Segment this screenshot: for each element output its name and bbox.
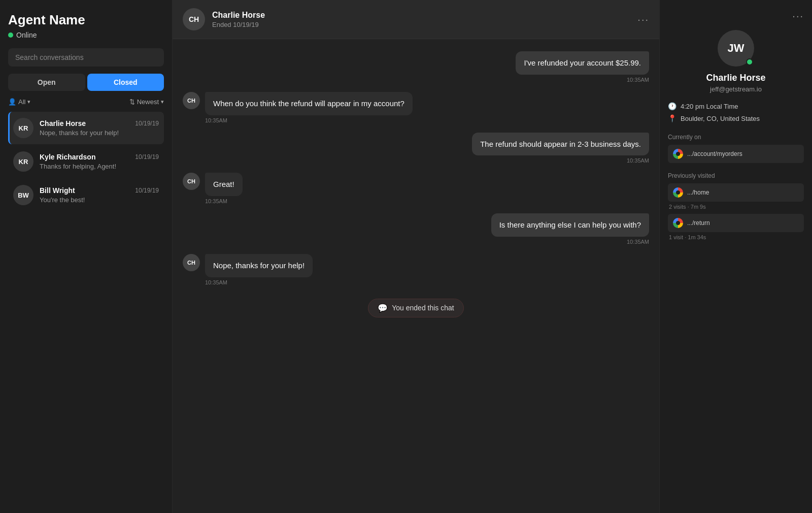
message-bubble-wrap: Great! 10:35AM	[205, 173, 243, 204]
chevron-down-icon-2: ▾	[161, 99, 164, 105]
message-time: 10:35AM	[491, 239, 649, 245]
visit-info: 1 visit · 1m 34s	[669, 234, 804, 240]
conv-info: Charlie Horse 10/19/19 Nope, thanks for …	[40, 119, 159, 137]
chrome-icon-visit	[673, 187, 683, 198]
conv-name: Charlie Horse	[40, 119, 86, 127]
online-dot	[8, 33, 13, 38]
chrome-icon-current	[673, 149, 683, 159]
conv-avatar: BW	[13, 185, 33, 205]
current-url: .../account/myorders	[687, 150, 742, 157]
chat-ended-icon: 💬	[378, 303, 388, 313]
conv-avatar: KR	[13, 151, 33, 172]
chat-header-avatar: CH	[183, 8, 205, 30]
conv-preview: You're the best!	[40, 196, 159, 204]
chat-header-info: Charlie Horse Ended 10/19/19	[212, 11, 630, 28]
status-label: Online	[16, 31, 37, 39]
message-bubble-wrap: Nope, thanks for your help! 10:35AM	[205, 254, 313, 285]
chat-header-subtitle: Ended 10/19/19	[212, 21, 630, 28]
current-url-row: .../account/myorders	[668, 145, 804, 163]
conv-name: Kyle Richardson	[40, 153, 95, 161]
search-input[interactable]	[8, 48, 164, 67]
contact-name: Charlie Horse	[706, 73, 765, 83]
conv-date: 10/19/19	[135, 187, 159, 194]
message-avatar: CH	[183, 173, 200, 190]
message-bubble: Great!	[205, 173, 243, 196]
message-bubble-wrap: Is there anything else I can help you wi…	[491, 213, 649, 245]
filter-all-label: All	[18, 98, 25, 106]
message-bubble: The refund should appear in 2-3 business…	[472, 133, 649, 156]
message-row: CH Nope, thanks for your help! 10:35AM	[183, 254, 649, 285]
chat-ended-banner: 💬You ended this chat	[368, 299, 463, 317]
visit-url-row: .../home	[668, 183, 804, 202]
currently-on-label: Currently on	[668, 134, 804, 141]
message-bubble: Nope, thanks for your help!	[205, 254, 313, 277]
filter-newest-label: Newest	[137, 98, 159, 106]
message-row: I've refunded your account $25.99. 10:35…	[183, 51, 649, 83]
chat-area: CH Charlie Horse Ended 10/19/19 ··· I've…	[173, 0, 660, 513]
message-time: 10:35AM	[516, 77, 649, 83]
filter-newest[interactable]: ⇅ Newest ▾	[129, 98, 164, 106]
agent-name: Agent Name	[8, 12, 164, 28]
contact-location-row: 📍 Boulder, CO, United States	[668, 114, 804, 122]
conversation-item[interactable]: KR Charlie Horse 10/19/19 Nope, thanks f…	[8, 112, 164, 144]
message-time: 10:35AM	[472, 157, 649, 164]
message-bubble-wrap: When do you think the refund will appear…	[205, 92, 413, 123]
conv-date: 10/19/19	[135, 120, 159, 127]
previously-visited-label: Previously visited	[668, 172, 804, 179]
visit-url: .../home	[687, 189, 709, 196]
messages-area: I've refunded your account $25.99. 10:35…	[173, 39, 659, 513]
visit-info: 2 visits · 7m 9s	[669, 204, 804, 210]
contact-email: jeff@getstream.io	[710, 85, 762, 93]
message-bubble-wrap: I've refunded your account $25.99. 10:35…	[516, 51, 649, 83]
contact-avatar-wrap: JW	[718, 30, 754, 67]
conversation-item[interactable]: BW Bill Wright 10/19/19 You're the best!	[8, 179, 164, 211]
chevron-down-icon: ▾	[27, 99, 30, 105]
conversation-item[interactable]: KR Kyle Richardson 10/19/19 Thanks for h…	[8, 145, 164, 178]
contact-time-row: 🕐 4:20 pm Local Time	[668, 102, 804, 110]
message-time: 10:35AM	[205, 198, 243, 204]
message-bubble-wrap: The refund should appear in 2-3 business…	[472, 133, 649, 164]
filter-row: 👤 All ▾ ⇅ Newest ▾	[8, 98, 164, 106]
more-options-button[interactable]: ···	[637, 14, 649, 25]
chat-ended-label: You ended this chat	[392, 304, 454, 312]
person-icon: 👤	[8, 98, 16, 106]
right-panel: ··· JW Charlie Horse jeff@getstream.io 🕐…	[660, 0, 812, 513]
message-bubble: When do you think the refund will appear…	[205, 92, 413, 115]
filter-all[interactable]: 👤 All ▾	[8, 98, 30, 106]
right-panel-more-button[interactable]: ···	[792, 10, 804, 22]
message-bubble: I've refunded your account $25.99.	[516, 51, 649, 75]
conv-info: Bill Wright 10/19/19 You're the best!	[40, 186, 159, 204]
contact-online-dot	[746, 58, 753, 66]
message-avatar: CH	[183, 254, 200, 271]
chat-header-name: Charlie Horse	[212, 11, 630, 20]
clock-icon: 🕐	[668, 102, 676, 110]
tab-open[interactable]: Open	[8, 74, 85, 91]
message-row: The refund should appear in 2-3 business…	[183, 133, 649, 164]
message-time: 10:35AM	[205, 117, 413, 123]
tab-closed[interactable]: Closed	[87, 74, 164, 91]
chrome-icon-visit	[673, 218, 683, 228]
message-row: CH When do you think the refund will app…	[183, 92, 649, 123]
contact-time: 4:20 pm Local Time	[681, 103, 738, 110]
contact-location: Boulder, CO, United States	[681, 115, 760, 122]
conv-preview: Nope, thanks for your help!	[40, 129, 159, 137]
conversation-list: KR Charlie Horse 10/19/19 Nope, thanks f…	[8, 112, 164, 211]
conv-avatar: KR	[13, 118, 33, 138]
conv-date: 10/19/19	[135, 153, 159, 161]
conv-preview: Thanks for helping, Agent!	[40, 163, 159, 170]
message-bubble: Is there anything else I can help you wi…	[491, 213, 649, 237]
agent-status: Online	[8, 31, 164, 39]
sidebar: Agent Name Online Open Closed 👤 All ▾ ⇅ …	[0, 0, 173, 513]
message-row: Is there anything else I can help you wi…	[183, 213, 649, 245]
conv-name: Bill Wright	[40, 186, 75, 195]
tab-row: Open Closed	[8, 74, 164, 91]
sort-icon: ⇅	[129, 98, 135, 106]
message-row: CH Great! 10:35AM	[183, 173, 649, 204]
location-icon: 📍	[668, 114, 676, 122]
message-time: 10:35AM	[205, 279, 313, 285]
conv-info: Kyle Richardson 10/19/19 Thanks for help…	[40, 153, 159, 170]
visit-url: .../return	[687, 219, 710, 227]
visit-url-row: .../return	[668, 214, 804, 232]
message-avatar: CH	[183, 92, 200, 109]
chat-header: CH Charlie Horse Ended 10/19/19 ···	[173, 0, 659, 39]
